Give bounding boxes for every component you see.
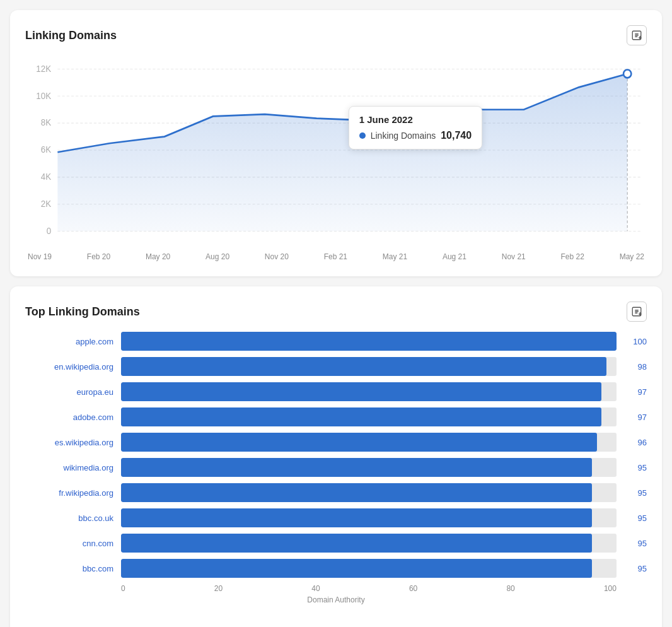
bar-fill — [121, 357, 606, 376]
bar-label-apple.com[interactable]: apple.com — [25, 337, 113, 346]
bar-label-europa.eu[interactable]: europa.eu — [25, 387, 113, 397]
bar-value-fr.wikipedia.org: 95 — [624, 488, 647, 498]
bar-fill — [121, 483, 592, 502]
svg-text:2K: 2K — [41, 199, 51, 209]
bar-label-bbc.co.uk[interactable]: bbc.co.uk — [25, 513, 113, 523]
bar-track — [121, 458, 617, 477]
svg-text:8K: 8K — [41, 118, 51, 127]
x-label-feb20: Feb 20 — [87, 252, 110, 261]
bar-row: fr.wikipedia.org95 — [25, 483, 647, 502]
x-label-may20: May 20 — [146, 252, 170, 261]
bar-fill — [121, 433, 597, 452]
linking-domains-title: Linking Domains — [25, 29, 117, 42]
bar-row: en.wikipedia.org98 — [25, 357, 647, 376]
bar-label-wikimedia.org[interactable]: wikimedia.org — [25, 463, 113, 472]
bar-row: adobe.com97 — [25, 407, 647, 426]
bar-row: bbc.com95 — [25, 559, 647, 578]
bar-label-adobe.com[interactable]: adobe.com — [25, 413, 113, 422]
x-label-aug21: Aug 21 — [443, 252, 466, 261]
bar-label-cnn.com[interactable]: cnn.com — [25, 539, 113, 548]
linking-domains-card: Linking Domains 12K 10K 8K 6K 4K — [10, 10, 662, 276]
bar-fill — [121, 559, 592, 578]
bar-row: bbc.co.uk95 — [25, 508, 647, 527]
top-linking-domains-export-button[interactable] — [627, 302, 647, 322]
bar-track — [121, 382, 617, 401]
bar-fill — [121, 382, 601, 401]
bar-fill — [121, 458, 592, 477]
bar-fill — [121, 508, 592, 527]
x-axis-bar-title: Domain Authority — [25, 595, 647, 604]
bar-track — [121, 357, 617, 376]
svg-text:10K: 10K — [36, 91, 51, 100]
bar-value-en.wikipedia.org: 98 — [624, 362, 647, 372]
bar-fill — [121, 332, 617, 351]
bar-fill — [121, 534, 592, 553]
chart-area — [57, 74, 627, 231]
bar-track — [121, 332, 617, 351]
svg-text:0: 0 — [47, 226, 52, 236]
bar-value-cnn.com: 95 — [624, 539, 647, 548]
top-linking-domains-card: Top Linking Domains apple.com100en.wikip… — [10, 286, 662, 627]
top-linking-domains-header: Top Linking Domains — [25, 302, 647, 322]
bar-label-fr.wikipedia.org[interactable]: fr.wikipedia.org — [25, 488, 113, 498]
x-label-nov20: Nov 20 — [265, 252, 289, 261]
bar-track — [121, 483, 617, 502]
bar-track — [121, 433, 617, 452]
bar-row: cnn.com95 — [25, 534, 647, 553]
bar-value-wikimedia.org: 95 — [624, 463, 647, 472]
bar-row: europa.eu97 — [25, 382, 647, 401]
x-label-aug20: Aug 20 — [206, 252, 229, 261]
x-label-nov19: Nov 19 — [28, 252, 52, 261]
bar-value-bbc.com: 95 — [624, 564, 647, 573]
bar-row: es.wikipedia.org96 — [25, 433, 647, 452]
bar-track — [121, 559, 617, 578]
bar-track — [121, 407, 617, 426]
bar-row: apple.com100 — [25, 332, 647, 351]
bar-row: wikimedia.org95 — [25, 458, 647, 477]
bar-label-en.wikipedia.org[interactable]: en.wikipedia.org — [25, 362, 113, 372]
linking-domains-export-button[interactable] — [627, 25, 647, 45]
bar-value-apple.com: 100 — [624, 337, 647, 346]
bar-track — [121, 534, 617, 553]
x-label-feb22: Feb 22 — [561, 252, 584, 261]
linking-domains-header: Linking Domains — [25, 25, 647, 45]
x-label-may21: May 21 — [383, 252, 407, 261]
bar-label-bbc.com[interactable]: bbc.com — [25, 564, 113, 573]
x-axis-bar-labels: 0 20 40 60 80 100 — [121, 584, 617, 593]
bar-track — [121, 508, 617, 527]
x-label-feb21: Feb 21 — [324, 252, 347, 261]
x-axis-labels: Nov 19 Feb 20 May 20 Aug 20 Nov 20 Feb 2… — [25, 252, 647, 261]
linking-domains-line-chart: 12K 10K 8K 6K 4K 2K 0 — [25, 56, 647, 245]
linking-domains-chart-container: 12K 10K 8K 6K 4K 2K 0 1 — [25, 56, 647, 261]
svg-text:4K: 4K — [41, 172, 51, 182]
x-label-nov21: Nov 21 — [502, 252, 526, 261]
bar-value-es.wikipedia.org: 96 — [624, 438, 647, 447]
bar-chart-area: apple.com100en.wikipedia.org98europa.eu9… — [25, 332, 647, 578]
bar-label-es.wikipedia.org[interactable]: es.wikipedia.org — [25, 438, 113, 447]
bar-value-europa.eu: 97 — [624, 387, 647, 397]
x-label-may22: May 22 — [620, 252, 644, 261]
bar-value-adobe.com: 97 — [624, 413, 647, 422]
bar-value-bbc.co.uk: 95 — [624, 513, 647, 523]
chart-point — [623, 70, 631, 78]
svg-text:12K: 12K — [36, 64, 51, 73]
svg-text:6K: 6K — [41, 145, 51, 155]
bar-fill — [121, 407, 601, 426]
top-linking-domains-title: Top Linking Domains — [25, 305, 140, 319]
